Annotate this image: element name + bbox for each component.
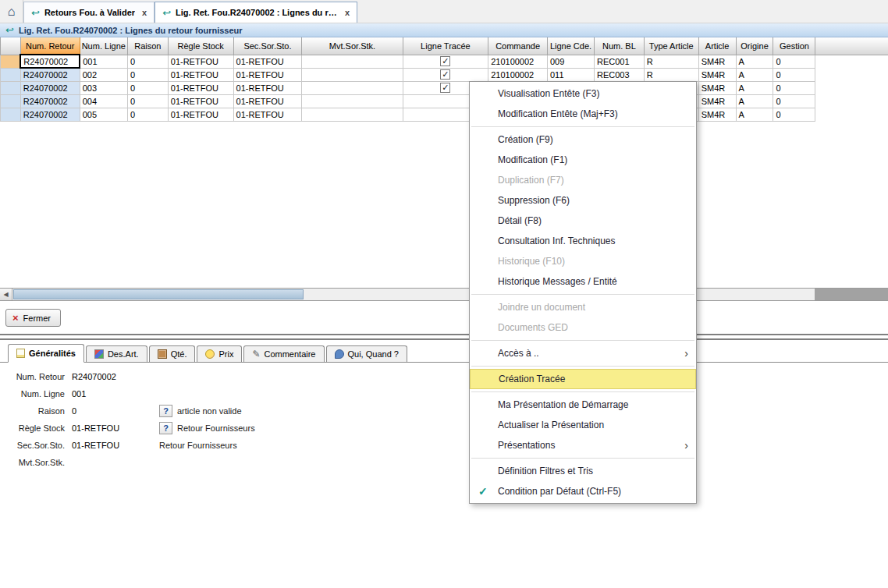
cell[interactable]: 0 bbox=[773, 108, 815, 121]
cell[interactable]: 0 bbox=[773, 55, 815, 68]
cell[interactable]: 0 bbox=[773, 81, 815, 94]
cell[interactable] bbox=[302, 68, 403, 81]
cell[interactable]: 0 bbox=[127, 68, 168, 81]
menu-item-modification-entete-maj-f3[interactable]: Modification Entête (Maj+F3) bbox=[470, 104, 696, 124]
cell[interactable]: 01-RETFOU bbox=[233, 94, 302, 108]
column-header-article[interactable]: Article bbox=[698, 37, 736, 55]
cell[interactable]: A bbox=[736, 108, 773, 121]
column-header-raison[interactable]: Raison bbox=[127, 37, 168, 55]
column-header-num-bl[interactable]: Num. BL bbox=[594, 37, 644, 55]
cell[interactable]: 003 bbox=[80, 81, 127, 94]
column-header-commande[interactable]: Commande bbox=[488, 37, 548, 55]
cell[interactable]: R24070002 bbox=[20, 68, 80, 81]
cell[interactable]: 0 bbox=[127, 94, 168, 108]
menu-item-documents-ged[interactable]: Documents GED bbox=[470, 317, 696, 338]
row-selector[interactable] bbox=[1, 108, 21, 121]
menu-item-presentations[interactable]: Présentations› bbox=[470, 435, 696, 455]
detail-tab-qte[interactable]: Qté. bbox=[149, 345, 196, 362]
cell[interactable]: 210100002 bbox=[488, 55, 548, 68]
column-header-num-retour[interactable]: Num. Retour bbox=[20, 37, 80, 55]
cell[interactable]: SM4R bbox=[698, 81, 736, 94]
menu-item-visualisation-entete-f3[interactable]: Visualisation Entête (F3) bbox=[470, 83, 696, 104]
cell[interactable]: R24070002 bbox=[20, 108, 80, 121]
detail-tab-des-art[interactable]: Des.Art. bbox=[86, 345, 147, 362]
cell[interactable]: SM4R bbox=[698, 108, 736, 121]
cell[interactable]: R24070002 bbox=[20, 94, 80, 108]
cell[interactable]: SM4R bbox=[698, 68, 736, 81]
row-selector[interactable] bbox=[1, 68, 21, 81]
select-all-corner[interactable] bbox=[1, 37, 21, 55]
cell[interactable]: 01-RETFOU bbox=[233, 68, 302, 81]
menu-item-acces-a[interactable]: Accès à ..› bbox=[470, 343, 696, 363]
cell[interactable]: 01-RETFOU bbox=[168, 81, 233, 94]
cell[interactable] bbox=[302, 108, 403, 121]
scroll-left-button[interactable]: ◀ bbox=[0, 289, 12, 300]
cell[interactable] bbox=[302, 55, 403, 68]
cell[interactable]: 0 bbox=[127, 108, 168, 121]
menu-item-joindre-un-document[interactable]: Joindre un document bbox=[470, 297, 696, 317]
tracee-checkbox[interactable]: ✓ bbox=[440, 83, 450, 93]
column-header-mvt-sor-stk[interactable]: Mvt.Sor.Stk. bbox=[302, 37, 403, 55]
cell[interactable]: A bbox=[736, 94, 773, 108]
row-selector[interactable] bbox=[1, 81, 21, 94]
detail-tab-generalites[interactable]: Généralités bbox=[8, 344, 84, 363]
horizontal-scrollbar[interactable]: ◀ bbox=[0, 288, 888, 301]
menu-item-historique-messages-entite[interactable]: Historique Messages / Entité bbox=[470, 271, 696, 292]
menu-item-consultation-inf-techniques[interactable]: Consultation Inf. Techniques bbox=[470, 231, 696, 251]
row-selector[interactable] bbox=[1, 94, 21, 108]
cell[interactable]: 01-RETFOU bbox=[168, 94, 233, 108]
menu-item-suppression-f6[interactable]: Suppression (F6) bbox=[470, 190, 696, 211]
cell[interactable] bbox=[302, 94, 403, 108]
cell[interactable]: 004 bbox=[80, 94, 127, 108]
tracee-checkbox[interactable]: ✓ bbox=[440, 56, 450, 66]
cell[interactable]: A bbox=[736, 81, 773, 94]
cell[interactable]: R bbox=[644, 55, 698, 68]
column-header-sec-sor-sto[interactable]: Sec.Sor.Sto. bbox=[233, 37, 302, 55]
cell[interactable]: 210100002 bbox=[488, 68, 548, 81]
help-button[interactable]: ? bbox=[159, 422, 172, 434]
menu-item-condition-par-defaut-ctrl-f5[interactable]: ✓Condition par Défaut (Ctrl-F5) bbox=[470, 481, 696, 501]
menu-item-creation-tracee[interactable]: Création Tracée bbox=[470, 369, 696, 389]
fermer-button[interactable]: × Fermer bbox=[5, 309, 61, 327]
menu-item-ma-presentation-de-demarrage[interactable]: Ma Présentation de Démarrage bbox=[470, 395, 696, 415]
menu-item-creation-f9[interactable]: Création (F9) bbox=[470, 129, 696, 150]
cell[interactable]: 002 bbox=[80, 68, 127, 81]
menu-item-definition-filtres-et-tris[interactable]: Définition Filtres et Tris bbox=[470, 461, 696, 481]
tab-lig-ret-fou-r24070002-lignes-du-reto[interactable]: ↩Lig. Ret. Fou.R24070002 : Lignes du ret… bbox=[155, 2, 357, 23]
tab-close-icon[interactable]: x bbox=[142, 8, 147, 17]
menu-item-duplication-f7[interactable]: Duplication (F7) bbox=[470, 170, 696, 190]
cell[interactable]: R bbox=[644, 68, 698, 81]
column-header-type-article[interactable]: Type Article bbox=[644, 37, 698, 55]
cell-ligne-tracee[interactable]: ✓ bbox=[403, 55, 488, 68]
cell[interactable]: 011 bbox=[548, 68, 595, 81]
cell[interactable]: SM4R bbox=[698, 94, 736, 108]
cell[interactable]: 005 bbox=[80, 108, 127, 121]
menu-item-modification-f1[interactable]: Modification (F1) bbox=[470, 150, 696, 170]
home-tab[interactable]: ⌂ bbox=[0, 0, 23, 23]
column-header-num-ligne[interactable]: Num. Ligne bbox=[80, 37, 127, 55]
cell[interactable]: 009 bbox=[548, 55, 595, 68]
menu-item-historique-f10[interactable]: Historique (F10) bbox=[470, 251, 696, 271]
tab-retours-fou-a-valider[interactable]: ↩Retours Fou. à Validerx bbox=[23, 2, 155, 23]
detail-tab-commentaire[interactable]: ✎Commentaire bbox=[243, 345, 324, 362]
cell[interactable]: 0 bbox=[127, 55, 168, 68]
column-header-regle-stock[interactable]: Règle Stock bbox=[168, 37, 233, 55]
cell-ligne-tracee[interactable]: ✓ bbox=[403, 68, 488, 81]
cell[interactable]: R24070002 bbox=[20, 55, 80, 68]
column-header-ligne-cde[interactable]: Ligne Cde. bbox=[548, 37, 595, 55]
detail-tab-qui-quand[interactable]: Qui, Quand ? bbox=[326, 345, 407, 362]
row-selector[interactable] bbox=[1, 55, 21, 68]
cell[interactable]: 01-RETFOU bbox=[233, 55, 302, 68]
column-header-gestion[interactable]: Gestion bbox=[773, 37, 815, 55]
column-header-ligne-tracee[interactable]: Ligne Tracée bbox=[403, 37, 488, 55]
cell[interactable]: 01-RETFOU bbox=[233, 81, 302, 94]
column-header-origine[interactable]: Origine bbox=[736, 37, 773, 55]
tracee-checkbox[interactable]: ✓ bbox=[440, 69, 450, 80]
cell[interactable]: REC003 bbox=[594, 68, 644, 81]
cell[interactable]: SM4R bbox=[698, 55, 736, 68]
cell[interactable]: 01-RETFOU bbox=[168, 68, 233, 81]
cell[interactable]: REC001 bbox=[594, 55, 644, 68]
cell[interactable]: 01-RETFOU bbox=[168, 108, 233, 121]
detail-tab-prix[interactable]: Prix bbox=[197, 345, 242, 362]
scrollbar-thumb[interactable] bbox=[13, 289, 304, 299]
